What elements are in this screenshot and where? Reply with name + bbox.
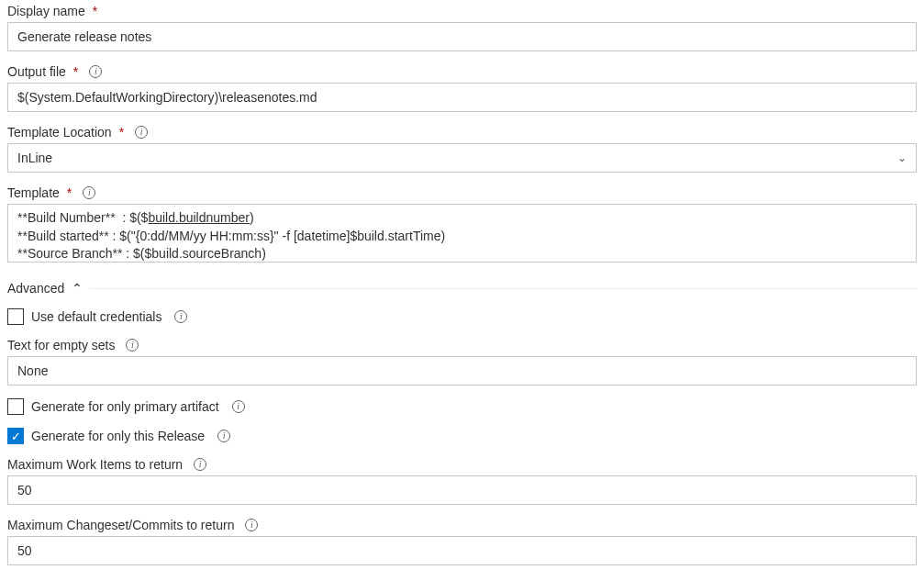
display-name-label: Display name *	[7, 4, 917, 18]
only-primary-artifact-label: Generate for only primary artifact	[31, 399, 219, 414]
divider	[90, 288, 917, 289]
template-location-label: Template Location * i	[7, 125, 917, 140]
info-icon[interactable]: i	[135, 126, 148, 139]
text-empty-sets-label-text: Text for empty sets	[7, 338, 115, 352]
max-changesets-label-text: Maximum Changeset/Commits to return	[7, 518, 234, 532]
template-location-value: InLine	[17, 151, 52, 165]
max-work-items-label-text: Maximum Work Items to return	[7, 457, 183, 472]
template-line3: **Source Branch** : $($build.sourceBranc…	[17, 246, 266, 261]
required-asterisk: *	[93, 4, 97, 18]
info-icon[interactable]: i	[126, 339, 139, 352]
use-default-credentials-label: Use default credentials	[31, 309, 161, 324]
text-empty-sets-label: Text for empty sets i	[7, 338, 917, 352]
required-asterisk: *	[67, 185, 72, 200]
template-line1-a: **Build Number** : $($	[17, 210, 148, 225]
only-this-release-label: Generate for only this Release	[31, 429, 205, 443]
info-icon[interactable]: i	[89, 65, 102, 78]
template-label: Template * i	[7, 185, 917, 200]
info-icon[interactable]: i	[174, 310, 187, 323]
template-line1-c: )	[250, 210, 254, 225]
text-empty-sets-input[interactable]	[7, 356, 917, 385]
template-location-label-text: Template Location	[7, 125, 112, 140]
info-icon[interactable]: i	[245, 519, 258, 531]
display-name-label-text: Display name	[7, 4, 85, 18]
advanced-section-toggle[interactable]: Advanced ⌃	[7, 281, 917, 296]
info-icon[interactable]: i	[194, 458, 206, 471]
chevron-down-icon: ⌄	[897, 151, 907, 164]
use-default-credentials-checkbox[interactable]	[7, 308, 24, 325]
advanced-header-text: Advanced	[7, 281, 64, 296]
max-work-items-input[interactable]	[7, 475, 917, 505]
only-this-release-checkbox[interactable]: ✓	[7, 428, 24, 444]
template-label-text: Template	[7, 185, 60, 200]
template-line1-b: build.buildnumber	[148, 210, 250, 225]
template-line2: **Build started** : $("{0:dd/MM/yy HH:mm…	[17, 229, 445, 243]
template-location-select[interactable]: InLine ⌄	[7, 143, 917, 173]
required-asterisk: *	[73, 64, 78, 79]
only-primary-artifact-checkbox[interactable]	[7, 398, 24, 415]
info-icon[interactable]: i	[217, 430, 230, 442]
required-asterisk: *	[119, 125, 124, 140]
template-textarea[interactable]: **Build Number** : $($build.buildnumber)…	[7, 204, 917, 263]
output-file-label-text: Output file	[7, 64, 66, 79]
checkmark-icon: ✓	[11, 430, 21, 442]
display-name-input[interactable]	[7, 22, 917, 51]
info-icon[interactable]: i	[83, 186, 95, 199]
output-file-input[interactable]	[7, 83, 917, 112]
max-changesets-input[interactable]	[7, 536, 917, 565]
chevron-up-icon: ⌃	[72, 281, 83, 296]
output-file-label: Output file * i	[7, 64, 917, 79]
info-icon[interactable]: i	[232, 400, 245, 413]
max-work-items-label: Maximum Work Items to return i	[7, 457, 917, 472]
max-changesets-label: Maximum Changeset/Commits to return i	[7, 518, 917, 532]
